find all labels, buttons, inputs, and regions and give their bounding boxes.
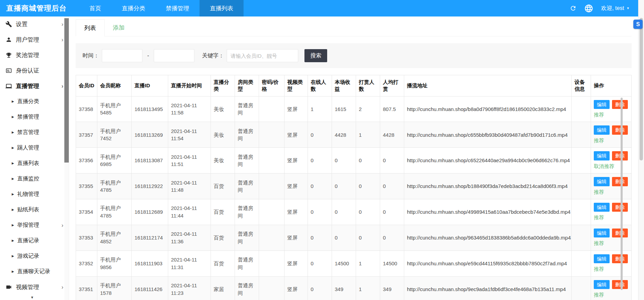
edit-button[interactable]: 编辑 [594, 177, 610, 186]
delete-button[interactable]: 删除 [612, 100, 628, 109]
recommend-link[interactable]: 推荐 [594, 265, 604, 273]
edit-button[interactable]: 编辑 [594, 151, 610, 160]
recommend-link[interactable]: 推荐 [594, 111, 604, 119]
sidebar-menu: 设置›用户管理›奖池管理身份认证直播管理›▶直播分类▶禁播管理▶禁言管理▶踢人管… [0, 16, 69, 295]
cell-price [259, 148, 285, 174]
sidebar-item[interactable]: 直播管理› [0, 78, 69, 94]
sidebar-subitem[interactable]: ▶直播监控 [0, 171, 69, 187]
sidebar-subitem[interactable]: ▶禁播管理 [0, 109, 69, 125]
submenu-caret-icon: ▶ [12, 270, 14, 273]
nav-item[interactable]: 直播分类 [111, 0, 155, 16]
delete-button[interactable]: 删除 [612, 177, 628, 186]
sidebar-subitem-label: 直播聊天记录 [17, 268, 50, 275]
nav-item[interactable]: 禁播管理 [155, 0, 200, 16]
sidebar-subitem-label: 直播分类 [17, 98, 39, 105]
tab-list[interactable]: 列表 [76, 19, 105, 36]
recommend-link[interactable]: 推荐 [594, 214, 604, 221]
delete-button[interactable]: 删除 [612, 151, 628, 160]
sidebar-subitem[interactable]: ▶踢人管理 [0, 140, 69, 156]
sidebar-scrollbar[interactable] [64, 16, 69, 300]
sidebar-item[interactable]: 设置› [0, 16, 69, 32]
cell-start-time: 2021-04-11 11:54 [168, 122, 211, 148]
cell-avg-tip: 0 [380, 225, 404, 251]
submenu-caret-icon: ▶ [12, 208, 14, 211]
keyword-input[interactable] [227, 49, 298, 62]
recommend-link[interactable]: 推荐 [594, 137, 604, 144]
nav-item[interactable]: 直播列表 [200, 0, 244, 16]
cell-income: 0 [332, 174, 356, 199]
sidebar-subitem[interactable]: ▶游戏记录 [0, 248, 69, 264]
column-header: 在线人数 [308, 75, 332, 97]
sidebar-subitem[interactable]: ▶直播列表 [0, 156, 69, 171]
globe-avatar[interactable] [584, 4, 593, 13]
delete-button[interactable]: 删除 [612, 125, 628, 134]
cell-video-type: 竖屏 [285, 122, 308, 148]
delete-button[interactable]: 删除 [612, 280, 628, 289]
live-icon [6, 83, 12, 89]
edit-button[interactable]: 编辑 [594, 254, 610, 263]
cell-nickname: 手机用户9856 [97, 251, 132, 277]
cell-nickname: 手机用户4852 [97, 225, 132, 251]
cell-live-id: 1618111426 [132, 277, 168, 300]
cell-income: 14500 [332, 251, 356, 277]
search-button[interactable]: 搜索 [304, 49, 327, 62]
submenu-caret-icon: ▶ [12, 131, 14, 134]
recommend-link[interactable]: 取消推荐 [594, 163, 614, 170]
sidebar-item[interactable]: 奖池管理 [0, 47, 69, 63]
cell-tip-count: 0 [356, 199, 380, 225]
extension-icon[interactable]: S [633, 20, 643, 29]
sidebar-item[interactable]: 视频管理› [0, 279, 69, 295]
column-header: 会员昵称 [97, 75, 132, 97]
delete-button[interactable]: 删除 [612, 229, 628, 237]
cell-avg-tip: 0 [380, 199, 404, 225]
column-header: 密码/价格 [259, 75, 285, 97]
chevron-right-icon: › [62, 285, 63, 290]
sidebar-subitem[interactable]: ▶举报管理› [0, 218, 69, 233]
top-nav: 首页直播分类禁播管理直播列表 [79, 0, 244, 16]
page-scrollbar-thumb[interactable] [640, 18, 643, 160]
nav-item[interactable]: 首页 [79, 0, 111, 16]
cell-actions: 编辑删除推荐 [591, 96, 632, 122]
sidebar-item[interactable]: 用户管理› [0, 32, 69, 47]
sidebar-subitem[interactable]: ▶礼物管理 [0, 187, 69, 202]
column-header: 播流地址 [404, 75, 572, 97]
recommend-link[interactable]: 推荐 [594, 188, 604, 196]
cell-avg-tip: 0 [380, 174, 404, 199]
refresh-button[interactable] [570, 5, 577, 12]
edit-button[interactable]: 编辑 [594, 280, 610, 289]
edit-button[interactable]: 编辑 [594, 229, 610, 237]
cell-stream-url: http://cunchu.mhuan.shop/b8a0d7906ff8f2d… [404, 96, 572, 122]
recommend-link[interactable]: 推荐 [594, 240, 604, 247]
sidebar-item-label: 设置 [16, 20, 28, 28]
sidebar-subitem[interactable]: ▶直播聊天记录 [0, 264, 69, 279]
delete-button[interactable]: 删除 [612, 254, 628, 263]
edit-button[interactable]: 编辑 [594, 125, 610, 134]
time-to-input[interactable] [154, 49, 194, 62]
chevron-right-icon: › [62, 22, 63, 27]
header-right: 欢迎, test ▼ [570, 0, 638, 16]
sidebar-item[interactable]: 身份认证 [0, 63, 69, 78]
sidebar-subitem[interactable]: ▶直播记录 [0, 233, 69, 248]
delete-button[interactable]: 删除 [612, 203, 628, 212]
sidebar-subitem[interactable]: ▶贴纸列表 [0, 202, 69, 218]
cell-device [572, 96, 591, 122]
time-from-input[interactable] [102, 49, 142, 62]
cell-category: 美妆 [211, 148, 235, 174]
cell-stream-url: http://cunchu.mhuan.shop/e59cd44115f6935… [404, 251, 572, 277]
edit-button[interactable]: 编辑 [594, 100, 610, 109]
submenu-caret-icon: ▶ [12, 193, 14, 196]
sidebar-subitem-label: 直播监控 [17, 175, 39, 182]
sidebar-item-label: 用户管理 [16, 36, 39, 44]
sidebar-subitem[interactable]: ▶禁言管理 [0, 125, 69, 140]
sidebar-scrollbar-thumb[interactable] [64, 18, 69, 163]
main-content: 列表 添加 时间： - 关键字： 搜索 会员ID会员昵称直播ID直播开始时间直播… [69, 16, 638, 300]
cell-avg-tip: 349 [380, 277, 404, 300]
table-row: 37358手机用户548516181134952021-04-11 11:58美… [76, 96, 632, 122]
tab-add[interactable]: 添加 [105, 19, 133, 36]
page-scrollbar[interactable] [638, 0, 644, 300]
user-menu[interactable]: 欢迎, test ▼ [601, 5, 630, 12]
recommend-link[interactable]: 推荐 [594, 291, 604, 299]
edit-button[interactable]: 编辑 [594, 203, 610, 212]
sidebar-subitem[interactable]: ▶直播分类 [0, 94, 69, 109]
table-scrollbar[interactable] [621, 98, 623, 290]
